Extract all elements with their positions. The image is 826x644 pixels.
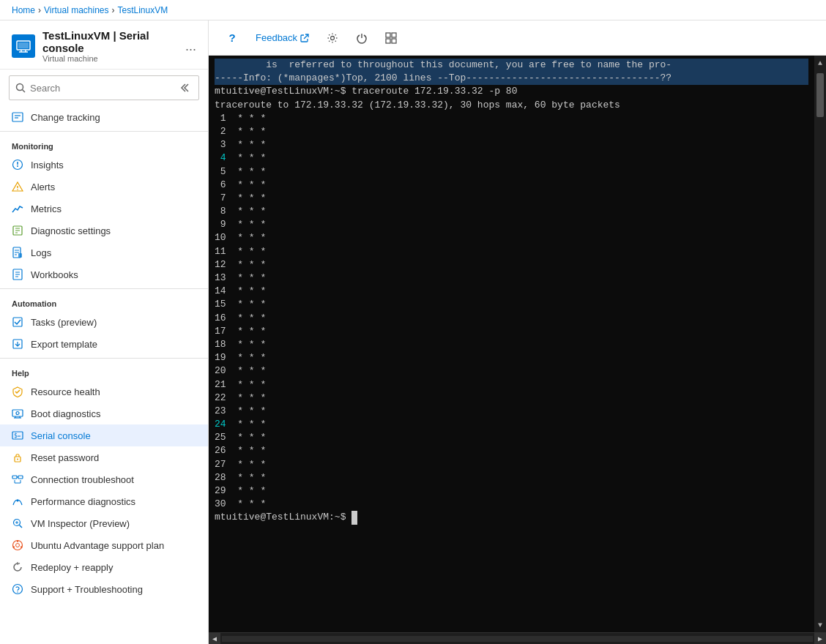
- svg-rect-7: [12, 113, 23, 121]
- sidebar-item-label: Boot diagnostics: [31, 408, 100, 419]
- sidebar-item-connection-troubleshoot[interactable]: Connection troubleshoot: [0, 468, 208, 490]
- terminal-line: 18 * * *: [215, 338, 808, 351]
- serial-console-icon: $: [12, 430, 23, 441]
- external-link-icon: [300, 34, 309, 42]
- search-input[interactable]: [30, 83, 172, 94]
- sidebar-item-reset-password[interactable]: Reset password: [0, 446, 208, 468]
- sidebar-header: TestLinuxVM | Serial console Virtual mac…: [0, 20, 208, 70]
- sidebar-item-performance-diagnostics[interactable]: Performance diagnostics: [0, 490, 208, 512]
- terminal-cursor: [351, 511, 357, 524]
- svg-rect-43: [18, 476, 23, 479]
- sidebar-item-serial-console[interactable]: $ Serial console: [0, 424, 208, 446]
- redeploy-icon: [12, 561, 23, 573]
- settings-button[interactable]: [321, 26, 344, 50]
- terminal-line: 15 * * *: [215, 298, 808, 311]
- terminal-line: 1 * * *: [215, 112, 808, 125]
- content-area: ? Feedback: [209, 20, 826, 644]
- support-icon: [12, 583, 23, 595]
- sidebar-item-redeploy-reapply[interactable]: Redeploy + reapply: [0, 556, 208, 578]
- sidebar-item-tasks-preview[interactable]: Tasks (preview): [0, 311, 208, 333]
- scroll-down-button[interactable]: ▼: [814, 618, 826, 632]
- svg-point-12: [17, 165, 18, 167]
- terminal-line: 9 * * *: [215, 218, 808, 231]
- svg-point-57: [13, 546, 15, 547]
- terminal-line: 25 * * *: [215, 431, 808, 444]
- collapse-sidebar-button[interactable]: [175, 79, 193, 97]
- terminal-line: 21 * * *: [215, 378, 808, 392]
- scroll-track: [222, 636, 813, 642]
- terminal-line: 27 * * *: [215, 458, 808, 471]
- vm-inspector-icon: [12, 517, 23, 529]
- terminal-line: 6 * * *: [215, 179, 808, 192]
- svg-rect-62: [386, 33, 390, 37]
- terminal-line: mtuitive@TestLinuxVM:~$: [215, 511, 808, 524]
- svg-line-60: [304, 34, 308, 39]
- sidebar-item-change-tracking[interactable]: Change tracking: [0, 106, 208, 128]
- svg-rect-29: [13, 318, 22, 326]
- scroll-right-button[interactable]: ▶: [814, 633, 826, 645]
- terminal-line: 12 * * *: [215, 258, 808, 272]
- svg-text:$: $: [14, 433, 18, 439]
- more-options-button[interactable]: ...: [185, 39, 196, 54]
- terminal-content[interactable]: is referred to throughout this document,…: [209, 56, 814, 632]
- sidebar-item-label: Redeploy + reapply: [31, 562, 113, 573]
- sidebar-item-vm-inspector[interactable]: VM Inspector (Preview): [0, 512, 208, 534]
- terminal-line: 10 * * *: [215, 231, 808, 244]
- terminal-line: 24 * * *: [215, 418, 808, 431]
- breadcrumb-virtual-machines[interactable]: Virtual machines: [44, 5, 109, 15]
- svg-point-41: [17, 459, 18, 460]
- sidebar-item-label: Export template: [31, 339, 97, 350]
- terminal-vertical-scrollbar[interactable]: ▲ ▼: [814, 56, 826, 632]
- sidebar-item-label: VM Inspector (Preview): [31, 518, 130, 529]
- sidebar-subtitle: Virtual machine: [42, 54, 178, 63]
- svg-line-6: [23, 90, 26, 93]
- terminal-line: 11 * * *: [215, 245, 808, 258]
- terminal-line: 19 * * *: [215, 351, 808, 364]
- svg-rect-65: [392, 39, 396, 43]
- sidebar-item-workbooks[interactable]: Workbooks: [0, 263, 208, 285]
- power-button[interactable]: [350, 26, 373, 50]
- svg-point-5: [17, 84, 23, 91]
- sidebar-item-insights[interactable]: Insights: [0, 154, 208, 176]
- terminal-line: 16 * * *: [215, 312, 808, 325]
- svg-point-61: [331, 36, 335, 40]
- terminal-line: 29 * * *: [215, 484, 808, 498]
- ubuntu-icon: [12, 539, 23, 551]
- sidebar-item-label: Serial console: [31, 430, 91, 441]
- scroll-left-button[interactable]: ◀: [209, 633, 220, 645]
- scroll-thumb[interactable]: [816, 73, 824, 117]
- boot-diagnostics-icon: [12, 408, 23, 419]
- svg-rect-24: [18, 253, 22, 258]
- sidebar-item-alerts[interactable]: Alerts: [0, 176, 208, 198]
- scroll-up-button[interactable]: ▲: [814, 56, 826, 70]
- sidebar-item-label: Ubuntu Advantage support plan: [31, 540, 164, 551]
- sidebar-item-boot-diagnostics[interactable]: Boot diagnostics: [0, 402, 208, 424]
- sidebar-item-label: Resource health: [31, 386, 100, 397]
- sidebar-item-metrics[interactable]: Metrics: [0, 198, 208, 220]
- workbooks-icon: [12, 269, 23, 280]
- terminal[interactable]: is referred to throughout this document,…: [209, 56, 826, 644]
- terminal-line: 22 * * *: [215, 392, 808, 405]
- svg-line-50: [20, 525, 23, 528]
- sidebar-item-export-template[interactable]: Export template: [0, 333, 208, 355]
- sidebar: TestLinuxVM | Serial console Virtual mac…: [0, 20, 209, 644]
- sidebar-item-resource-health[interactable]: Resource health: [0, 381, 208, 402]
- terminal-line: 17 * * *: [215, 325, 808, 338]
- help-button[interactable]: ?: [220, 26, 244, 50]
- sidebar-item-label: Insights: [31, 160, 64, 171]
- sidebar-item-logs[interactable]: Logs: [0, 242, 208, 263]
- terminal-line: 20 * * *: [215, 364, 808, 378]
- terminal-line: 7 * * *: [215, 192, 808, 205]
- sidebar-item-ubuntu-advantage[interactable]: Ubuntu Advantage support plan: [0, 534, 208, 556]
- grid-button[interactable]: [379, 26, 403, 50]
- horizontal-scrollbar[interactable]: ◀ ▶: [209, 632, 826, 644]
- svg-point-56: [21, 546, 22, 547]
- sidebar-item-diagnostic-settings[interactable]: Diagnostic settings: [0, 220, 208, 242]
- terminal-line: 5 * * *: [215, 165, 808, 179]
- feedback-button[interactable]: Feedback: [250, 29, 315, 46]
- sidebar-item-support-troubleshooting[interactable]: Support + Troubleshooting: [0, 578, 208, 600]
- breadcrumb-vm-name[interactable]: TestLinuxVM: [118, 5, 168, 15]
- svg-point-54: [16, 544, 20, 547]
- breadcrumb-home[interactable]: Home: [12, 5, 35, 15]
- terminal-output: is referred to throughout this document,…: [215, 59, 808, 525]
